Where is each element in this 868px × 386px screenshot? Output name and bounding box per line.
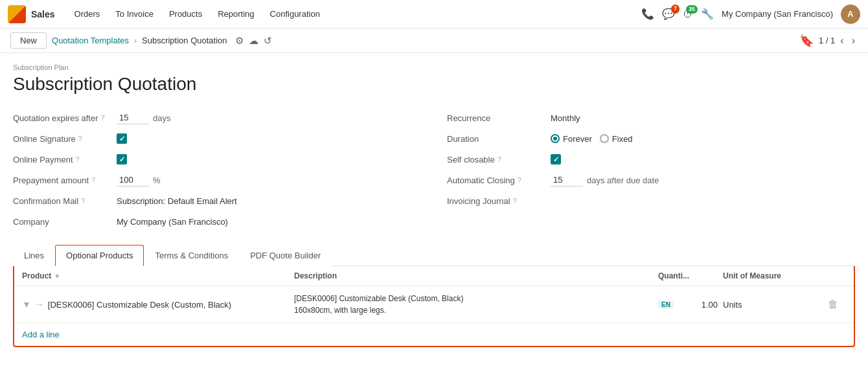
automatic-closing-label: Automatic Closing ? — [447, 176, 551, 185]
bookmark-icon[interactable]: 🔖 — [799, 34, 814, 48]
product-name[interactable]: [DESK0006] Customizable Desk (Custom, Bl… — [48, 300, 231, 310]
delete-row-button[interactable]: 🗑 — [820, 299, 846, 310]
tab-optional-products[interactable]: Optional Products — [55, 245, 144, 266]
menu-configuration[interactable]: Configuration — [264, 6, 326, 21]
section-label: Subscription Plan — [13, 63, 855, 71]
app-name[interactable]: Sales — [31, 9, 55, 19]
pager-next[interactable]: › — [849, 34, 858, 48]
company-value[interactable]: My Company (San Francisco) — [117, 217, 228, 227]
self-closable-label: Self closable ? — [447, 155, 551, 165]
form-grid: Quotation expires after ? days Online Si… — [13, 108, 855, 232]
page-title: Subscription Quotation — [13, 74, 855, 95]
gear-icon[interactable]: ⚙ — [235, 35, 244, 47]
tab-pdf-quote[interactable]: PDF Quote Builder — [239, 245, 332, 266]
duration-row: Duration Forever Fixed — [447, 128, 855, 149]
recurrence-value[interactable]: Monthly — [551, 113, 580, 123]
wrench-icon[interactable]: 🔧 — [701, 8, 714, 20]
avatar[interactable]: A — [841, 5, 860, 24]
new-button[interactable]: New — [10, 32, 47, 49]
help-online-payment[interactable]: ? — [76, 155, 80, 163]
breadcrumb-separator: › — [134, 36, 137, 45]
quotation-expires-value: days — [117, 111, 170, 124]
recurrence-label: Recurrence — [447, 113, 551, 123]
tab-terms[interactable]: Terms & Conditions — [144, 245, 239, 266]
col-quantity: Quanti... — [658, 271, 723, 280]
external-link-icon[interactable]: → — [35, 299, 44, 310]
online-signature-checkbox[interactable] — [117, 133, 127, 144]
prepayment-input[interactable] — [117, 174, 149, 187]
product-cell: ▼ → [DESK0006] Customizable Desk (Custom… — [22, 299, 294, 310]
topnav-right: 📞 💬 7 ⏱ 35 🔧 My Company (San Francisco) … — [641, 5, 860, 24]
tabs-bar: Lines Optional Products Terms & Conditio… — [13, 245, 855, 266]
chat-badge: 7 — [671, 5, 680, 14]
add-line-button[interactable]: Add a line — [14, 323, 854, 346]
menu-orders[interactable]: Orders — [68, 6, 107, 21]
company-row: Company My Company (San Francisco) — [13, 211, 421, 232]
col-uom: Unit of Measure — [723, 271, 820, 280]
form-right: Recurrence Monthly Duration Forever Fixe… — [447, 108, 855, 232]
quotation-expires-unit: days — [153, 113, 170, 123]
table-header: Product ▼ Description Quanti... Unit of … — [14, 266, 854, 286]
cloud-icon[interactable]: ☁ — [249, 35, 258, 47]
refresh-icon[interactable]: ↺ — [264, 35, 272, 47]
duration-forever-radio[interactable] — [551, 134, 560, 143]
invoicing-journal-label: Invoicing Journal ? — [447, 196, 551, 206]
chat-icon[interactable]: 💬 7 — [662, 8, 675, 20]
duration-forever-option[interactable]: Forever — [551, 134, 592, 144]
help-automatic-closing[interactable]: ? — [518, 176, 521, 184]
help-prepayment[interactable]: ? — [91, 176, 95, 184]
confirmation-mail-row: Confirmation Mail ? Subscription: Defaul… — [13, 190, 421, 211]
dropdown-icon[interactable]: ▼ — [22, 299, 31, 310]
online-signature-label: Online Signature ? — [13, 134, 117, 144]
self-closable-value — [551, 154, 561, 165]
recurrence-row: Recurrence Monthly — [447, 108, 855, 128]
menu-reporting[interactable]: Reporting — [211, 6, 260, 21]
col-description: Description — [294, 271, 658, 280]
confirmation-mail-value[interactable]: Subscription: Default Email Alert — [117, 196, 237, 206]
tab-lines[interactable]: Lines — [13, 245, 55, 266]
timer-icon[interactable]: ⏱ 35 — [683, 8, 693, 20]
optional-products-table: Product ▼ Description Quanti... Unit of … — [13, 266, 855, 347]
duration-label: Duration — [447, 134, 551, 144]
automatic-closing-suffix: days after due date — [587, 176, 659, 185]
description-line1: [DESK0006] Customizable Desk (Custom, Bl… — [294, 293, 658, 304]
menu-products[interactable]: Products — [163, 6, 209, 21]
prepayment-row: Prepayment amount ? % — [13, 170, 421, 190]
self-closable-checkbox[interactable] — [551, 154, 561, 165]
duration-fixed-radio[interactable] — [600, 134, 609, 143]
help-confirmation-mail[interactable]: ? — [81, 197, 85, 205]
quotation-expires-row: Quotation expires after ? days — [13, 108, 421, 128]
automatic-closing-value: days after due date — [551, 174, 659, 187]
duration-radio-group: Forever Fixed — [551, 134, 633, 144]
automatic-closing-input[interactable] — [551, 174, 583, 187]
invoicing-journal-row: Invoicing Journal ? — [447, 190, 855, 211]
breadcrumb-right: 🔖 1 / 1 ‹ › — [799, 34, 858, 48]
online-payment-checkbox[interactable] — [117, 154, 127, 165]
pager-prev[interactable]: ‹ — [838, 34, 846, 48]
top-navigation: Sales Orders To Invoice Products Reporti… — [0, 0, 868, 28]
prepayment-label: Prepayment amount ? — [13, 176, 117, 185]
help-online-signature[interactable]: ? — [78, 135, 82, 142]
help-quotation-expires[interactable]: ? — [101, 114, 105, 122]
menu-to-invoice[interactable]: To Invoice — [109, 6, 160, 21]
help-invoicing-journal[interactable]: ? — [513, 197, 517, 205]
col-actions — [820, 271, 846, 280]
online-payment-value — [117, 154, 127, 165]
help-self-closable[interactable]: ? — [497, 155, 501, 163]
breadcrumb-bar: New Quotation Templates › Subscription Q… — [0, 28, 868, 53]
duration-fixed-option[interactable]: Fixed — [600, 134, 633, 144]
duration-value: Forever Fixed — [551, 134, 633, 144]
phone-icon[interactable]: 📞 — [641, 8, 654, 20]
main-menu: Orders To Invoice Products Reporting Con… — [68, 6, 326, 21]
uom-cell: Units — [723, 300, 820, 310]
col-product[interactable]: Product ▼ — [22, 271, 294, 280]
breadcrumb-parent[interactable]: Quotation Templates — [52, 36, 129, 45]
quotation-expires-input[interactable] — [117, 111, 149, 124]
lang-qty-cell: EN 1.00 — [658, 300, 723, 310]
company-name[interactable]: My Company (San Francisco) — [722, 9, 833, 19]
sort-icon-product: ▼ — [54, 273, 60, 280]
online-signature-row: Online Signature ? — [13, 128, 421, 149]
online-payment-label: Online Payment ? — [13, 155, 117, 165]
automatic-closing-row: Automatic Closing ? days after due date — [447, 170, 855, 190]
quantity-cell[interactable]: 1.00 — [697, 300, 723, 310]
